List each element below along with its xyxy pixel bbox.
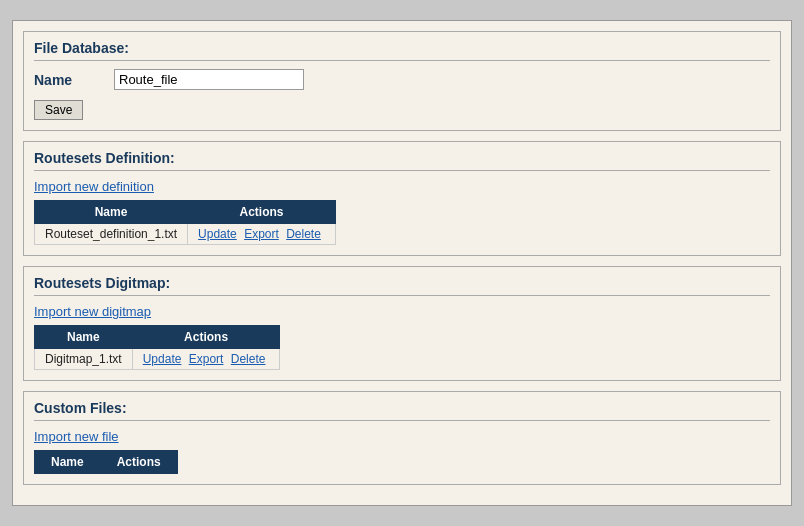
import-definition-link[interactable]: Import new definition <box>34 179 154 194</box>
digitmap-delete-link[interactable]: Delete <box>231 352 266 366</box>
custom-files-table: Name Actions <box>34 450 178 474</box>
definition-delete-link[interactable]: Delete <box>286 227 321 241</box>
routesets-definition-table: Name Actions Routeset_definition_1.txt U… <box>34 200 336 245</box>
routesets-digitmap-section: Routesets Digitmap: Import new digitmap … <box>23 266 781 381</box>
file-database-section: File Database: Name Save <box>23 31 781 131</box>
digitmap-row-name: Digitmap_1.txt <box>35 349 133 370</box>
routesets-digitmap-table: Name Actions Digitmap_1.txt Update Expor… <box>34 325 280 370</box>
routesets-definition-section: Routesets Definition: Import new definit… <box>23 141 781 256</box>
custom-files-section: Custom Files: Import new file Name Actio… <box>23 391 781 485</box>
definition-row-actions: Update Export Delete <box>188 224 336 245</box>
digitmap-row-actions: Update Export Delete <box>132 349 280 370</box>
digitmap-col-name: Name <box>35 326 133 349</box>
digitmap-export-link[interactable]: Export <box>189 352 224 366</box>
digitmap-col-actions: Actions <box>132 326 280 349</box>
definition-export-link[interactable]: Export <box>244 227 279 241</box>
definition-col-name: Name <box>35 201 188 224</box>
file-database-title: File Database: <box>34 40 770 61</box>
routesets-definition-title: Routesets Definition: <box>34 150 770 171</box>
custom-col-name: Name <box>35 451 101 474</box>
custom-files-title: Custom Files: <box>34 400 770 421</box>
import-digitmap-link[interactable]: Import new digitmap <box>34 304 151 319</box>
routesets-digitmap-title: Routesets Digitmap: <box>34 275 770 296</box>
save-button[interactable]: Save <box>34 100 83 120</box>
custom-col-actions: Actions <box>100 451 177 474</box>
name-input[interactable] <box>114 69 304 90</box>
name-field-row: Name <box>34 69 770 90</box>
main-container: File Database: Name Save Routesets Defin… <box>12 20 792 506</box>
table-row: Routeset_definition_1.txt Update Export … <box>35 224 336 245</box>
table-row: Digitmap_1.txt Update Export Delete <box>35 349 280 370</box>
definition-row-name: Routeset_definition_1.txt <box>35 224 188 245</box>
import-file-link[interactable]: Import new file <box>34 429 119 444</box>
definition-col-actions: Actions <box>188 201 336 224</box>
definition-update-link[interactable]: Update <box>198 227 237 241</box>
name-label: Name <box>34 72 114 88</box>
digitmap-update-link[interactable]: Update <box>143 352 182 366</box>
